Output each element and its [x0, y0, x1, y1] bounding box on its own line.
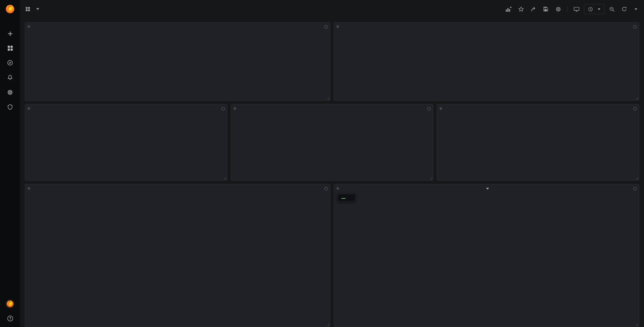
zoom-out-icon	[609, 6, 615, 12]
panel-loading-icon	[633, 106, 637, 112]
panel-avg-disk-used: i	[334, 184, 639, 327]
save-button[interactable]	[541, 4, 551, 14]
panel-info-icon[interactable]: i	[27, 24, 31, 30]
plus-icon	[7, 31, 13, 37]
navbar-separator	[567, 6, 568, 12]
refresh-interval-dropdown[interactable]	[632, 8, 639, 10]
svg-text:?: ?	[9, 317, 11, 320]
panel-menu-caret-icon[interactable]	[486, 188, 489, 190]
bell-icon	[7, 75, 13, 81]
chevron-down-icon	[598, 8, 600, 10]
panel-loading-icon	[221, 106, 225, 112]
refresh-button[interactable]	[619, 4, 629, 14]
question-icon: ?	[7, 315, 13, 322]
panel-band-speed: i	[437, 104, 639, 181]
sidebar-item-configuration[interactable]	[7, 89, 13, 95]
refresh-icon	[622, 6, 627, 12]
time-series-chart	[337, 194, 636, 318]
panel-system-memory: i	[231, 104, 433, 181]
dashboard-title-group[interactable]	[25, 7, 39, 11]
panel-loading-icon	[324, 186, 328, 192]
star-icon	[518, 6, 524, 12]
panel-loading-icon	[324, 24, 328, 30]
dashboard-icon	[25, 7, 30, 11]
panel-loading-icon	[427, 106, 431, 112]
graph-tooltip	[337, 194, 356, 201]
share-button[interactable]	[528, 4, 538, 14]
sidebar-item-alerting[interactable]	[7, 75, 13, 81]
sparkline-chart	[26, 56, 329, 99]
time-range-button[interactable]	[584, 4, 604, 14]
monitor-icon	[574, 6, 580, 12]
panel-req-select: i	[25, 22, 330, 101]
sidebar-item-explore[interactable]	[7, 60, 13, 66]
sidebar-item-help[interactable]: ?	[7, 315, 13, 322]
panel-info-icon[interactable]: i	[27, 106, 31, 112]
panel-req-insert: i	[334, 22, 639, 101]
compass-icon	[7, 60, 13, 66]
clock-icon	[588, 7, 593, 12]
share-icon	[531, 6, 536, 12]
shield-icon	[7, 104, 13, 110]
dashboard-grid: i i i	[20, 18, 644, 327]
gear-icon	[7, 89, 13, 95]
time-series-chart	[31, 194, 327, 318]
gauge-chart	[84, 114, 168, 178]
chevron-down-icon	[635, 8, 637, 10]
star-button[interactable]	[516, 4, 526, 14]
cycle-view-button[interactable]	[572, 4, 582, 14]
sidebar-item-create[interactable]	[7, 31, 13, 37]
save-icon	[543, 6, 548, 12]
gauge-chart	[496, 114, 580, 178]
title-caret-icon	[36, 8, 39, 10]
sidebar-item-server-admin[interactable]	[7, 104, 13, 110]
tooltip-series-swatch	[341, 198, 345, 199]
grafana-flame-icon	[4, 3, 16, 15]
zoom-out-button[interactable]	[607, 4, 617, 14]
panel-info-icon[interactable]: i	[336, 186, 340, 192]
add-panel-button[interactable]	[503, 4, 514, 14]
grafana-logo[interactable]	[0, 0, 20, 18]
panel-info-icon[interactable]: i	[27, 186, 31, 192]
navbar	[20, 0, 644, 18]
panel-loading-icon	[633, 186, 637, 192]
user-avatar[interactable]	[5, 299, 15, 309]
dashboards-grid-icon	[7, 45, 13, 51]
panel-info-icon[interactable]: i	[439, 106, 443, 112]
panel-taosd-memory: i	[25, 104, 227, 181]
panel-info-icon[interactable]: i	[336, 24, 340, 30]
panel-loading-icon	[633, 24, 637, 30]
gauge-chart	[290, 114, 374, 178]
sparkline-chart	[335, 56, 638, 99]
side-menu: ?	[0, 0, 20, 327]
panel-cpu-system: i	[25, 184, 330, 327]
avatar-icon	[5, 299, 15, 309]
gear-icon	[555, 6, 561, 12]
add-panel-icon	[505, 6, 512, 12]
dashboard-settings-button[interactable]	[553, 4, 563, 14]
panel-info-icon[interactable]: i	[233, 106, 237, 112]
sidebar-item-dashboards[interactable]	[7, 45, 13, 51]
